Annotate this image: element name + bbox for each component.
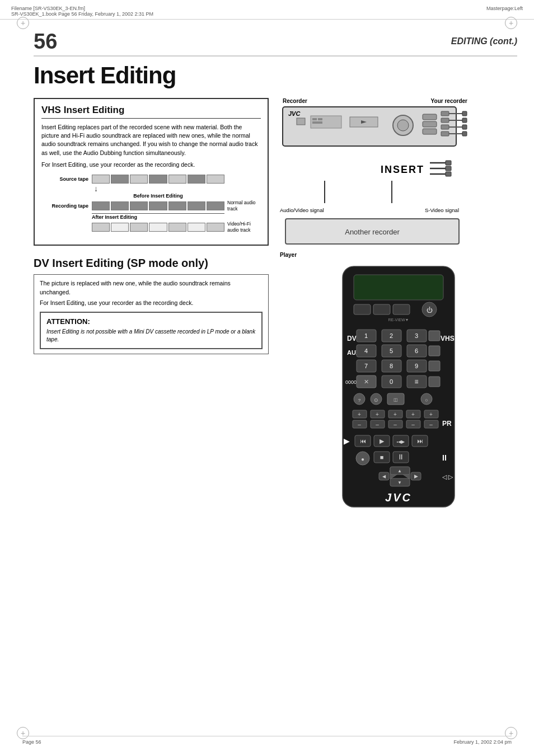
right-inner: Recorder Your recorder JVC — [280, 98, 517, 510]
before-label-row: Before Insert Editing — [41, 193, 261, 199]
svg-text:⊙: ⊙ — [374, 397, 378, 403]
insert-cables-svg — [430, 158, 458, 181]
reg-mark-tr — [505, 17, 517, 29]
attention-text: Insert Editing is not possible with a Mi… — [46, 328, 256, 344]
svg-text:⏭: ⏭ — [417, 438, 423, 444]
svg-text:+: + — [376, 411, 379, 417]
insert-label: INSERT — [381, 164, 424, 176]
recorder-label: Recorder — [283, 98, 307, 104]
svg-rect-75 — [429, 377, 440, 387]
svg-text:5: 5 — [390, 348, 393, 354]
insert-label-row: INSERT — [381, 158, 470, 181]
dv-section: DV Insert Editing (SP mode only) The pic… — [34, 257, 269, 354]
svg-text:VHS: VHS — [441, 335, 455, 342]
svg-rect-2 — [297, 118, 305, 125]
source-bar-3 — [130, 175, 148, 184]
source-bar-4 — [149, 175, 167, 184]
svg-text:≡: ≡ — [414, 378, 418, 386]
svg-text:◁ ▷: ◁ ▷ — [442, 473, 453, 480]
dv-body2: For Insert Editing, use your recorder as… — [40, 299, 263, 307]
svg-rect-37 — [354, 275, 443, 300]
svg-text:PR: PR — [442, 420, 452, 428]
svg-text:–: – — [358, 421, 361, 428]
svg-text:✕: ✕ — [364, 378, 369, 385]
player-box-svg: Another recorder — [280, 216, 470, 250]
svg-text:●: ● — [361, 456, 364, 462]
recording-tape-label: Recording tape — [41, 203, 92, 209]
vcr-diagram-area: Recorder Your recorder JVC — [280, 98, 470, 258]
vhs-body2: For Insert Editing, use your recorder as… — [41, 161, 261, 169]
filename-label: Filename [SR-VS30EK_3-EN.fm] — [11, 6, 153, 11]
svg-text:II: II — [399, 453, 403, 461]
svg-text:6: 6 — [415, 348, 418, 354]
svg-rect-15 — [441, 118, 449, 123]
two-column-layout: VHS Insert Editing Insert Editing replac… — [34, 98, 517, 510]
svg-text:+: + — [411, 411, 415, 417]
reg-mark-tl — [17, 17, 29, 29]
source-tape-row: Source tape — [41, 175, 261, 184]
recording-tape-row1: Recording tape Normal audiotrack — [41, 200, 261, 212]
svg-rect-60 — [429, 346, 440, 356]
svg-rect-14 — [441, 111, 449, 116]
svg-text:RE-VIEW▼: RE-VIEW▼ — [388, 318, 409, 322]
svg-rect-4 — [312, 118, 317, 120]
svg-text:9: 9 — [415, 363, 418, 369]
attention-title: ATTENTION: — [46, 317, 256, 326]
svg-rect-25 — [462, 132, 467, 136]
svg-text:○: ○ — [425, 397, 428, 403]
remote-control-svg: ⏻ RE-VIEW▼ DV VHS 1 2 3 — [337, 264, 460, 510]
svg-text:1: 1 — [364, 332, 368, 339]
svg-rect-24 — [462, 125, 467, 129]
masterpage-label: Masterpage:Left — [486, 6, 523, 11]
svg-text:7: 7 — [364, 363, 368, 369]
attention-box: ATTENTION: Insert Editing is not possibl… — [40, 312, 263, 349]
svg-rect-40 — [393, 304, 410, 314]
vhs-section-title: VHS Insert Editing — [41, 105, 261, 119]
remote-area: ⏻ RE-VIEW▼ DV VHS 1 2 3 — [280, 264, 517, 510]
svg-text:3: 3 — [415, 332, 418, 339]
svg-rect-17 — [441, 132, 449, 136]
svg-rect-38 — [354, 304, 371, 314]
svg-text:•◀▶: •◀▶ — [397, 439, 406, 444]
normal-audio-label: Normal audiotrack — [224, 200, 261, 212]
svg-text:▶: ▶ — [380, 438, 385, 444]
svg-text:DV: DV — [347, 335, 357, 342]
vcr-body-svg: JVC — [280, 106, 470, 156]
footer-page: Page 56 — [22, 739, 41, 745]
recording-tape-row2: Video/Hi-Fiaudio track — [41, 221, 261, 233]
player-label: Player — [280, 252, 470, 258]
arrow-down-1: ↓ — [41, 185, 261, 192]
svg-point-10 — [397, 120, 409, 131]
source-bar-1 — [92, 175, 110, 184]
vhs-body1: Insert Editing replaces part of the reco… — [41, 123, 261, 157]
signal-labels: Audio/Video signal S-Video signal — [280, 207, 459, 213]
before-insert-label: Before Insert Editing — [92, 193, 224, 199]
svg-text:JVC: JVC — [288, 110, 301, 117]
after-bars — [92, 223, 224, 232]
svg-text:▶: ▶ — [414, 473, 418, 479]
svg-text:–: – — [429, 421, 433, 428]
svg-rect-23 — [462, 118, 467, 123]
svg-text:0: 0 — [390, 378, 393, 385]
player-area: Another recorder Player — [280, 216, 470, 258]
svg-rect-39 — [373, 304, 390, 314]
svg-text:■: ■ — [380, 454, 384, 461]
svg-rect-12 — [423, 121, 437, 127]
svg-rect-6 — [312, 121, 322, 124]
page-number: 56 — [34, 31, 57, 52]
svg-text:▲: ▲ — [397, 468, 402, 473]
svg-rect-16 — [441, 125, 449, 129]
page-footer: Page 56 February 1, 2002 2:04 pm — [22, 736, 512, 745]
svg-text:◀: ◀ — [382, 474, 386, 479]
svg-text:Another recorder: Another recorder — [345, 228, 400, 236]
svg-text:–: – — [376, 421, 379, 428]
source-bar-6 — [188, 175, 205, 184]
svg-text:–: – — [394, 421, 397, 428]
svg-text:4: 4 — [364, 348, 368, 354]
svg-text:+: + — [358, 411, 361, 417]
svg-rect-30 — [446, 166, 451, 171]
svg-text:II: II — [442, 453, 447, 462]
svg-text:2: 2 — [390, 332, 393, 339]
section-header: 56 EDITING (cont.) — [34, 31, 517, 52]
svideo-signal-label: S-Video signal — [425, 207, 459, 213]
